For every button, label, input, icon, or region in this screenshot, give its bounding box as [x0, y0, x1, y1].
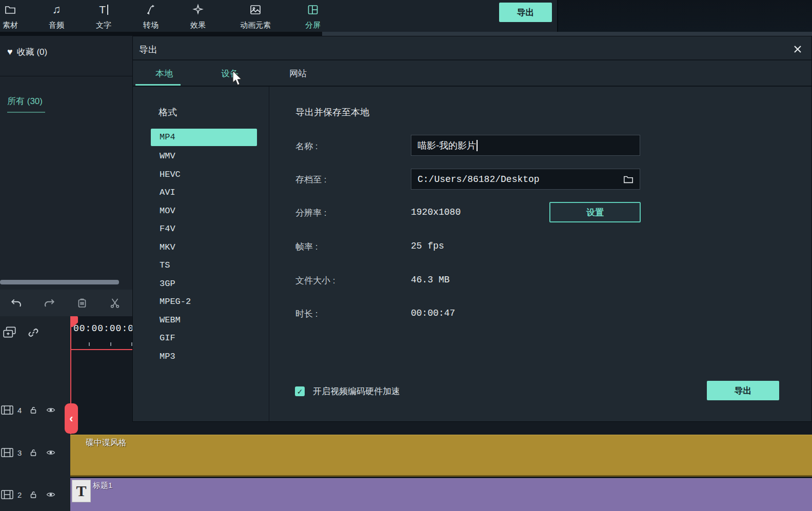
unlock-icon[interactable] — [29, 489, 38, 500]
resolution-value: 1920x1080 — [411, 207, 461, 217]
name-value: 喵影-我的影片 — [418, 139, 476, 152]
toolbar-item-media[interactable]: 素材 — [0, 2, 25, 30]
tab-local[interactable]: 本地 — [155, 68, 173, 79]
track-tools-row — [0, 316, 70, 349]
toolbar-item-effects[interactable]: 效果 — [184, 2, 212, 30]
unlock-icon[interactable] — [29, 405, 38, 415]
mouse-cursor — [232, 71, 243, 86]
eye-icon[interactable] — [45, 490, 56, 499]
edit-toolbar — [0, 290, 132, 317]
format-header: 格式 — [159, 106, 177, 118]
effects-icon — [192, 2, 204, 17]
filesize-value: 46.3 MB — [411, 275, 450, 285]
divider — [269, 87, 269, 422]
horizontal-scrollbar[interactable] — [0, 280, 119, 284]
format-option[interactable]: 3GP — [151, 275, 257, 293]
format-option[interactable]: MOV — [151, 202, 257, 220]
favorites-item[interactable]: ♥ 收藏 (0) — [7, 46, 47, 58]
format-option[interactable]: GIF — [151, 329, 257, 348]
export-dialog: 导出 本地 设备 网站 格式 MP4 WMV HEVC AVI MOV F4V … — [132, 36, 812, 422]
link-icon[interactable] — [27, 326, 40, 339]
format-option-selected[interactable]: MP4 — [151, 129, 257, 146]
toolbar-underline-strip — [0, 32, 322, 36]
redo-button[interactable] — [33, 296, 66, 310]
form-heading: 导出并保存至本地 — [295, 106, 369, 118]
name-label: 名称 : — [295, 140, 318, 152]
timecode-display: 00:00:00:00 — [73, 323, 140, 334]
favorites-label: 收藏 (0) — [17, 46, 48, 58]
music-note-icon: ♫ — [52, 2, 61, 17]
toolbar-item-text[interactable]: T 文字 — [89, 2, 118, 30]
export-button-top[interactable]: 导出 — [499, 3, 552, 22]
path-label: 存档至 : — [295, 174, 326, 186]
divider — [0, 76, 132, 76]
name-input[interactable]: 喵影-我的影片 — [411, 135, 640, 156]
track-number: 4 — [17, 406, 22, 415]
undo-button[interactable] — [0, 296, 33, 310]
elements-icon — [249, 2, 262, 17]
dialog-title: 导出 — [139, 44, 157, 56]
filesize-label: 文件大小 : — [295, 275, 335, 287]
toolbar-item-audio[interactable]: ♫ 音频 — [42, 2, 71, 30]
delete-icon[interactable] — [66, 297, 98, 309]
active-tab-underline — [135, 84, 181, 86]
add-media-to-track-button[interactable] — [2, 325, 17, 340]
browse-folder-icon[interactable] — [622, 173, 635, 186]
media-library-panel: ♥ 收藏 (0) 所有 (30) — [0, 36, 132, 290]
track-number: 2 — [17, 490, 22, 499]
format-option[interactable]: HEVC — [151, 166, 257, 184]
film-track-icon — [1, 405, 13, 415]
format-option[interactable]: MPEG-2 — [151, 293, 257, 311]
format-option[interactable]: AVI — [151, 183, 257, 202]
ruler-tick — [89, 342, 90, 346]
path-input[interactable]: C:/Users/86182/Desktop — [411, 169, 640, 190]
split-screen-icon — [307, 2, 319, 17]
settings-button[interactable]: 设置 — [549, 202, 641, 222]
format-list: MP4 WMV HEVC AVI MOV F4V MKV TS 3GP MPEG… — [151, 129, 257, 365]
export-confirm-button[interactable]: 导出 — [707, 381, 779, 400]
format-option[interactable]: WMV — [151, 147, 257, 166]
toolbar-item-splitscreen[interactable]: 分屏 — [299, 2, 327, 30]
format-option[interactable]: MP3 — [151, 348, 257, 366]
duration-value: 00:00:47 — [411, 308, 455, 318]
resolution-label: 分辨率 : — [295, 207, 326, 219]
title-clip-purple[interactable]: T 标题1 — [70, 478, 812, 511]
unlock-icon[interactable] — [29, 447, 38, 458]
top-toolbar: 素材 ♫ 音频 T 文字 转场 效果 动画元素 — [0, 0, 812, 32]
hw-accel-label: 开启视频编码硬件加速 — [313, 385, 400, 397]
all-media-underline — [7, 112, 45, 113]
tab-website[interactable]: 网站 — [289, 68, 307, 79]
format-option[interactable]: F4V — [151, 220, 257, 238]
hw-accel-checkbox[interactable]: ✓ — [295, 386, 305, 396]
track-number: 3 — [17, 448, 22, 457]
clip-label: 碟中谍风格 — [86, 438, 127, 448]
clip-label: 标题1 — [93, 481, 112, 490]
hardware-accel-row: ✓ 开启视频编码硬件加速 — [295, 385, 400, 397]
scissors-icon[interactable] — [98, 297, 131, 309]
all-media-filter[interactable]: 所有 (30) — [7, 95, 43, 107]
eye-icon[interactable] — [45, 448, 56, 457]
track-header-4: 4 — [0, 403, 70, 417]
preview-panel-top-edge — [322, 32, 812, 36]
ruler-tick — [110, 342, 111, 346]
effect-clip-gold[interactable]: 碟中谍风格 — [70, 435, 812, 477]
close-icon[interactable] — [792, 44, 803, 55]
heart-icon: ♥ — [7, 47, 13, 57]
eye-icon[interactable] — [45, 405, 56, 415]
transition-icon — [144, 2, 157, 17]
format-option[interactable]: TS — [151, 256, 257, 275]
text-icon: T — [99, 2, 108, 17]
text-caret — [477, 140, 478, 151]
title-chip-icon: T — [72, 480, 91, 502]
format-option[interactable]: MKV — [151, 238, 257, 257]
duration-label: 时长 : — [295, 308, 318, 320]
toolbar-item-transition[interactable]: 转场 — [136, 2, 165, 30]
folder-icon — [4, 2, 17, 17]
track-header-3: 3 — [0, 446, 70, 459]
fps-label: 帧率 : — [295, 241, 318, 253]
path-value: C:/Users/86182/Desktop — [418, 174, 540, 185]
toolbar-item-elements[interactable]: 动画元素 — [232, 2, 279, 30]
film-track-icon — [1, 447, 13, 458]
preview-area — [557, 0, 812, 32]
format-option[interactable]: WEBM — [151, 311, 257, 330]
